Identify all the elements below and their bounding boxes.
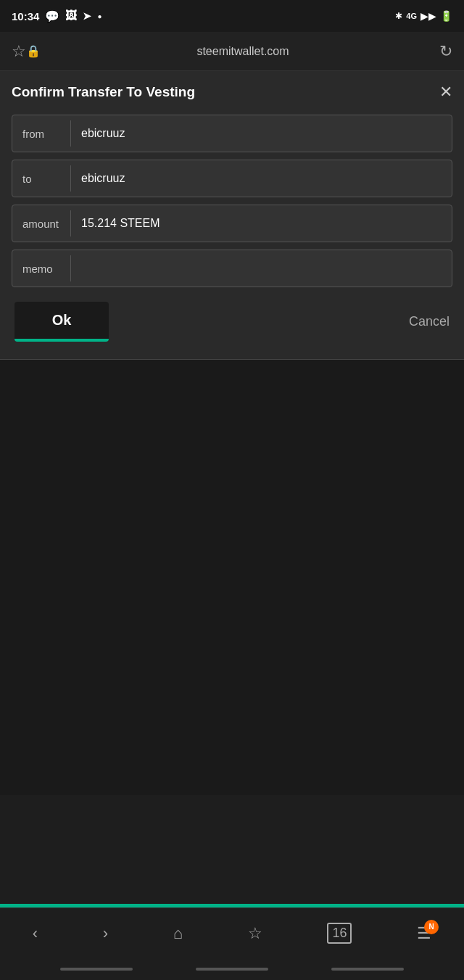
button-row: Ok Cancel	[12, 302, 452, 342]
nav-forward[interactable]: ›	[103, 924, 108, 943]
nav-badge: N	[424, 920, 439, 934]
network-4g-icon: 4G	[406, 12, 417, 20]
memo-label: memo	[12, 263, 70, 275]
battery-icon: 🔋	[440, 10, 452, 22]
amount-field-row: amount 15.214 STEEM	[12, 205, 452, 242]
time-display: 10:34	[12, 10, 39, 22]
from-value: ebicruuz	[71, 127, 452, 140]
url-display[interactable]: steemitwallet.com	[46, 45, 439, 58]
from-label: from	[12, 128, 70, 140]
confirm-dialog: Confirm Transfer To Vesting ✕ from ebicr…	[0, 71, 464, 360]
home-icon: ⌂	[173, 924, 183, 943]
amount-label: amount	[12, 218, 70, 230]
tabs-icon: 16	[327, 923, 352, 944]
nav-home[interactable]: ⌂	[173, 924, 183, 943]
memo-input[interactable]	[71, 262, 452, 275]
nav-tabs[interactable]: 16	[327, 923, 352, 944]
dialog-header: Confirm Transfer To Vesting ✕	[12, 83, 452, 102]
reload-icon[interactable]: ↻	[439, 42, 452, 61]
status-time: 10:34 💬 🖼 ➤ ●	[12, 9, 102, 23]
signal-icon: ▶▶	[420, 10, 436, 22]
whatsapp-icon: 💬	[45, 9, 59, 23]
amount-value: 15.214 STEEM	[71, 217, 452, 230]
lock-icon: 🔒	[26, 44, 41, 58]
image-icon: 🖼	[65, 9, 77, 22]
cancel-button[interactable]: Cancel	[409, 314, 450, 329]
dialog-title: Confirm Transfer To Vesting	[12, 84, 195, 100]
bookmarks-icon: ☆	[248, 924, 262, 943]
to-label: to	[12, 173, 70, 185]
ok-button[interactable]: Ok	[14, 302, 109, 342]
bluetooth-icon: ✱	[395, 11, 402, 21]
from-field-row: from ebicruuz	[12, 115, 452, 152]
bottom-indicator-bar	[0, 958, 464, 980]
forward-icon: ›	[103, 924, 108, 943]
dot-icon: ●	[97, 12, 102, 20]
status-bar: 10:34 💬 🖼 ➤ ● ✱ 4G ▶▶ 🔋	[0, 0, 464, 32]
to-value: ebicruuz	[71, 172, 452, 185]
nav-bookmarks[interactable]: ☆	[248, 924, 262, 943]
location-icon: ➤	[83, 10, 91, 22]
nav-bar: ‹ › ⌂ ☆ 16 ☰ N	[0, 907, 464, 958]
to-field-row: to ebicruuz	[12, 160, 452, 197]
indicator-2	[196, 968, 268, 971]
nav-back[interactable]: ‹	[33, 924, 38, 943]
memo-field-row: memo	[12, 250, 452, 287]
indicator-1	[60, 968, 133, 971]
indicator-3	[331, 968, 404, 971]
main-content: Confirm Transfer To Vesting ✕ from ebicr…	[0, 71, 464, 904]
body-area	[0, 360, 464, 795]
back-icon: ‹	[33, 924, 38, 943]
status-icons: ✱ 4G ▶▶ 🔋	[395, 10, 452, 22]
close-button[interactable]: ✕	[439, 83, 452, 102]
nav-menu[interactable]: ☰ N	[417, 924, 431, 943]
star-icon[interactable]: ☆	[12, 42, 26, 61]
browser-bar: ☆ 🔒 steemitwallet.com ↻	[0, 32, 464, 71]
